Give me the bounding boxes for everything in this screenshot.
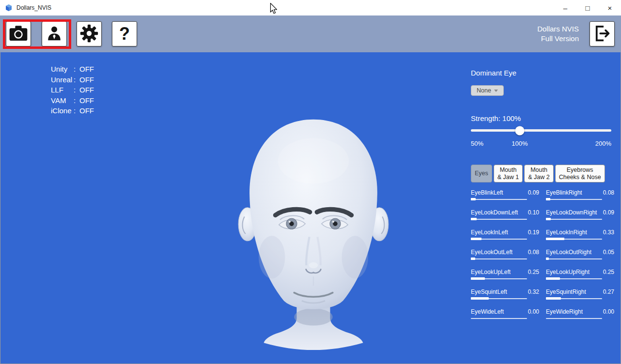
blendshape-value: 0.09 bbox=[528, 189, 539, 196]
blendshape-row: EyeLookInLeft 0.19 bbox=[471, 229, 539, 249]
progress-track bbox=[471, 318, 527, 319]
status-name: VAM bbox=[51, 96, 74, 105]
tab-button[interactable]: Mouth & Jaw 1 bbox=[494, 165, 523, 182]
tab-button[interactable]: Mouth & Jaw 2 bbox=[524, 165, 553, 182]
blendshape-progressbar bbox=[546, 258, 602, 260]
blendshape-row-text: EyeWideRight 0.00 bbox=[546, 308, 614, 315]
blendshape-column-right: EyeBlinkRight 0.08 EyeLookDownRight 0.09… bbox=[546, 189, 614, 328]
blendshape-row-text: EyeSquintLeft 0.32 bbox=[471, 288, 539, 295]
strength-slider-handle[interactable] bbox=[515, 126, 524, 135]
status-name: iClone bbox=[51, 106, 74, 115]
blendshape-progressbar bbox=[546, 218, 602, 220]
blendshape-row: EyeWideRight 0.00 bbox=[546, 308, 614, 328]
blendshape-label: EyeWideLeft bbox=[471, 308, 504, 315]
blendshape-value: 0.05 bbox=[603, 249, 614, 256]
status-separator: : bbox=[74, 76, 79, 84]
camera-icon bbox=[9, 25, 28, 43]
progress-track bbox=[471, 258, 527, 259]
blendshape-row: EyeSquintRight 0.27 bbox=[546, 288, 614, 308]
close-button[interactable]: × bbox=[599, 0, 621, 15]
progress-fill bbox=[546, 238, 564, 240]
blendshape-label: EyeWideRight bbox=[546, 308, 583, 315]
progress-fill bbox=[546, 277, 560, 280]
blendshape-row: EyeLookInRight 0.33 bbox=[546, 229, 614, 249]
progress-fill bbox=[471, 258, 475, 260]
titlebar: Dollars_NVIS – □ × bbox=[0, 0, 621, 15]
blendshape-row: EyeLookOutLeft 0.08 bbox=[471, 249, 539, 269]
avatar-button[interactable] bbox=[42, 21, 67, 46]
blendshape-label: EyeLookInLeft bbox=[471, 229, 508, 236]
status-separator: : bbox=[74, 96, 79, 105]
slider-min-label: 50% bbox=[471, 140, 483, 147]
progress-fill bbox=[471, 238, 481, 240]
camera-button[interactable] bbox=[6, 21, 31, 46]
exit-button[interactable] bbox=[590, 21, 615, 46]
tab-button[interactable]: Eyes bbox=[471, 165, 492, 182]
exit-door-icon bbox=[593, 25, 611, 44]
blendshape-value: 0.33 bbox=[603, 229, 614, 236]
blendshape-row-text: EyeLookDownLeft 0.10 bbox=[471, 209, 539, 216]
strength-slider-labels: 50% 100% 200% bbox=[471, 140, 611, 149]
blendshape-progressbar bbox=[471, 297, 527, 300]
brand-text: Dollars NVIS Full Version bbox=[537, 24, 579, 44]
blendshape-value: 0.00 bbox=[603, 308, 614, 315]
blendshape-row: EyeLookOutRight 0.05 bbox=[546, 249, 614, 269]
connection-status-list: Unity : OFF Unreal : OFF LLF : OFF VAM :… bbox=[51, 64, 94, 116]
blendshape-label: EyeLookDownLeft bbox=[471, 209, 518, 216]
blendshape-progressbar bbox=[471, 218, 527, 220]
blendshape-row-text: EyeBlinkRight 0.08 bbox=[546, 189, 614, 196]
status-separator: : bbox=[74, 65, 79, 73]
blendshape-row: EyeLookDownRight 0.09 bbox=[546, 209, 614, 229]
maximize-button[interactable]: □ bbox=[576, 0, 599, 15]
blendshape-value: 0.25 bbox=[528, 269, 539, 275]
window-controls: – □ × bbox=[554, 0, 621, 15]
status-row: VAM : OFF bbox=[51, 95, 94, 106]
status-name: LLF bbox=[51, 86, 74, 94]
progress-fill bbox=[471, 198, 476, 200]
help-button[interactable]: ? bbox=[112, 21, 137, 46]
blendshape-label: EyeSquintRight bbox=[546, 288, 586, 295]
progress-track bbox=[471, 219, 527, 220]
blendshape-value: 0.32 bbox=[528, 288, 539, 295]
blendshape-tabs: Eyes Mouth & Jaw 1 Mouth & Jaw 2 Eyebrow… bbox=[471, 165, 605, 182]
dominant-eye-value: None bbox=[477, 87, 491, 94]
blendshape-label: EyeBlinkLeft bbox=[471, 189, 503, 196]
tab-button[interactable]: Eyebrows Cheeks & Nose bbox=[555, 165, 605, 182]
dominant-eye-dropdown[interactable]: None bbox=[471, 85, 504, 96]
blendshape-progressbar bbox=[546, 297, 602, 300]
brand-line1: Dollars NVIS bbox=[537, 24, 579, 34]
blendshape-label: EyeLookUpRight bbox=[546, 269, 590, 275]
progress-fill bbox=[471, 218, 477, 220]
blendshape-value: 0.19 bbox=[528, 229, 539, 236]
blendshape-value: 0.08 bbox=[528, 249, 539, 256]
blendshape-row-text: EyeSquintRight 0.27 bbox=[546, 288, 614, 295]
settings-button[interactable] bbox=[77, 21, 102, 46]
dominant-eye-label: Dominant Eye bbox=[471, 69, 516, 77]
blendshape-label: EyeLookUpLeft bbox=[471, 269, 511, 275]
status-name: Unreal bbox=[51, 76, 74, 84]
window-title: Dollars_NVIS bbox=[16, 4, 51, 11]
blendshape-label: EyeLookOutLeft bbox=[471, 249, 512, 256]
blendshape-progressbar bbox=[546, 317, 602, 319]
progress-fill bbox=[471, 277, 485, 280]
blendshape-label: EyeBlinkRight bbox=[546, 189, 582, 196]
blendshape-row-text: EyeLookInLeft 0.19 bbox=[471, 229, 539, 236]
minimize-button[interactable]: – bbox=[554, 0, 576, 15]
blendshape-label: EyeSquintLeft bbox=[471, 288, 507, 295]
strength-slider-track[interactable] bbox=[471, 129, 611, 132]
blendshape-value: 0.25 bbox=[603, 269, 614, 275]
blendshape-row-text: EyeLookUpLeft 0.25 bbox=[471, 269, 539, 275]
progress-track bbox=[546, 258, 602, 259]
person-icon bbox=[46, 25, 62, 43]
chevron-down-icon bbox=[494, 90, 498, 92]
slider-mid-label: 100% bbox=[512, 140, 528, 147]
blendshape-progressbar bbox=[546, 277, 602, 280]
progress-track bbox=[546, 318, 602, 319]
app-logo-icon bbox=[5, 4, 13, 12]
blendshape-value: 0.10 bbox=[528, 209, 539, 216]
status-value: OFF bbox=[79, 86, 94, 94]
app-window: Dollars_NVIS – □ × bbox=[0, 0, 621, 364]
blendshape-progressbar bbox=[471, 258, 527, 260]
status-value: OFF bbox=[79, 96, 94, 105]
blendshape-progressbar bbox=[471, 317, 527, 319]
